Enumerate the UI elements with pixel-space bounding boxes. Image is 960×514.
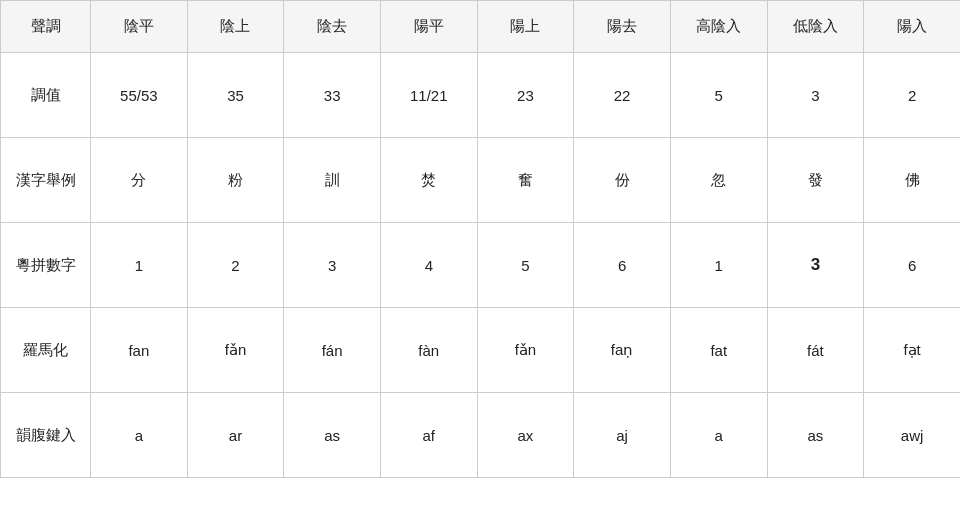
- cell-1-3: 焚: [380, 138, 477, 223]
- cell-1-8: 佛: [864, 138, 960, 223]
- cell-4-6: a: [670, 393, 767, 478]
- table-row: 韻腹鍵入aarasafaxajaasawj: [1, 393, 961, 478]
- cell-0-0: 55/53: [91, 53, 188, 138]
- cell-3-0: fan: [91, 308, 188, 393]
- row-label-2: 粵拼數字: [1, 223, 91, 308]
- cell-0-5: 22: [574, 53, 671, 138]
- table-row: 調值55/53353311/212322532: [1, 53, 961, 138]
- header-col-5: 陽上: [477, 1, 574, 53]
- cell-2-8: 6: [864, 223, 960, 308]
- header-col-6: 陽去: [574, 1, 671, 53]
- cell-2-2: 3: [284, 223, 381, 308]
- cell-0-6: 5: [670, 53, 767, 138]
- header-label: 聲調: [1, 1, 91, 53]
- header-col-8: 低陰入: [767, 1, 864, 53]
- cell-3-4: fǎn: [477, 308, 574, 393]
- cell-0-1: 35: [187, 53, 284, 138]
- main-container: 聲調陰平陰上陰去陽平陽上陽去高陰入低陰入陽入 調值55/53353311/212…: [0, 0, 960, 514]
- cell-4-3: af: [380, 393, 477, 478]
- cell-0-7: 3: [767, 53, 864, 138]
- header-col-4: 陽平: [380, 1, 477, 53]
- cell-0-4: 23: [477, 53, 574, 138]
- header-row: 聲調陰平陰上陰去陽平陽上陽去高陰入低陰入陽入: [1, 1, 961, 53]
- cell-4-7: as: [767, 393, 864, 478]
- header-col-7: 高陰入: [670, 1, 767, 53]
- cell-1-6: 忽: [670, 138, 767, 223]
- table-row: 羅馬化fanfǎnfánfànfǎnfaṇfatfátfạt: [1, 308, 961, 393]
- cell-1-1: 粉: [187, 138, 284, 223]
- cell-4-0: a: [91, 393, 188, 478]
- row-label-4: 韻腹鍵入: [1, 393, 91, 478]
- cell-1-0: 分: [91, 138, 188, 223]
- cell-4-2: as: [284, 393, 381, 478]
- cell-4-1: ar: [187, 393, 284, 478]
- cell-2-7: 3: [767, 223, 864, 308]
- cell-3-7: fát: [767, 308, 864, 393]
- cell-2-4: 5: [477, 223, 574, 308]
- cell-4-5: aj: [574, 393, 671, 478]
- header-col-2: 陰上: [187, 1, 284, 53]
- cell-3-3: fàn: [380, 308, 477, 393]
- cell-4-8: awj: [864, 393, 960, 478]
- header-col-3: 陰去: [284, 1, 381, 53]
- cell-1-2: 訓: [284, 138, 381, 223]
- cell-2-6: 1: [670, 223, 767, 308]
- table-row: 漢字舉例分粉訓焚奮份忽發佛: [1, 138, 961, 223]
- row-label-0: 調值: [1, 53, 91, 138]
- header-col-1: 陰平: [91, 1, 188, 53]
- row-label-1: 漢字舉例: [1, 138, 91, 223]
- row-label-3: 羅馬化: [1, 308, 91, 393]
- cell-0-3: 11/21: [380, 53, 477, 138]
- cell-3-1: fǎn: [187, 308, 284, 393]
- cell-3-6: fat: [670, 308, 767, 393]
- cell-0-2: 33: [284, 53, 381, 138]
- cell-2-3: 4: [380, 223, 477, 308]
- cell-1-5: 份: [574, 138, 671, 223]
- cell-3-8: fạt: [864, 308, 960, 393]
- cell-0-8: 2: [864, 53, 960, 138]
- cell-2-1: 2: [187, 223, 284, 308]
- table-row: 粵拼數字123456136: [1, 223, 961, 308]
- cell-2-5: 6: [574, 223, 671, 308]
- tones-table: 聲調陰平陰上陰去陽平陽上陽去高陰入低陰入陽入 調值55/53353311/212…: [0, 0, 960, 478]
- cell-2-0: 1: [91, 223, 188, 308]
- cell-4-4: ax: [477, 393, 574, 478]
- cell-3-5: faṇ: [574, 308, 671, 393]
- cell-1-7: 發: [767, 138, 864, 223]
- header-col-9: 陽入: [864, 1, 960, 53]
- cell-3-2: fán: [284, 308, 381, 393]
- cell-1-4: 奮: [477, 138, 574, 223]
